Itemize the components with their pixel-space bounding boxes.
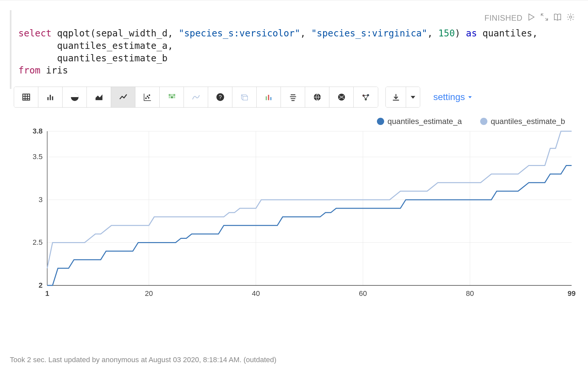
svg-text:1: 1 — [45, 289, 49, 298]
svg-text:40: 40 — [252, 289, 260, 298]
legend-label-a: quantiles_estimate_a — [387, 117, 462, 126]
svg-text:80: 80 — [466, 289, 474, 298]
scatter-chart-icon[interactable] — [135, 87, 160, 107]
svg-rect-3 — [49, 95, 51, 100]
svg-rect-14 — [173, 96, 175, 98]
bar-chart-icon[interactable] — [38, 87, 63, 107]
multibar-icon[interactable] — [257, 87, 281, 107]
legend-label-b: quantiles_estimate_b — [491, 117, 565, 126]
table-icon[interactable] — [14, 87, 38, 107]
svg-rect-12 — [168, 96, 170, 98]
line-chart-icon[interactable] — [111, 87, 135, 107]
legend-swatch-a — [377, 118, 384, 125]
svg-rect-4 — [52, 96, 53, 100]
legend-swatch-b — [480, 118, 487, 125]
globe1-icon[interactable] — [305, 87, 329, 107]
svg-text:?: ? — [219, 94, 222, 100]
download-caret-icon[interactable] — [406, 87, 420, 107]
svg-rect-11 — [173, 94, 175, 96]
svg-point-5 — [145, 98, 146, 99]
cell-gutter — [10, 10, 12, 89]
chart-container: quantiles_estimate_a quantiles_estimate_… — [14, 117, 578, 302]
area-chart-icon[interactable] — [87, 87, 111, 107]
pie-chart-icon[interactable] — [63, 87, 87, 107]
legend-item-a[interactable]: quantiles_estimate_a — [377, 117, 462, 126]
collapse-icon[interactable] — [540, 13, 549, 23]
legend-item-b[interactable]: quantiles_estimate_b — [480, 117, 565, 126]
network-icon[interactable] — [354, 87, 378, 107]
svg-rect-9 — [168, 94, 170, 96]
gear-icon[interactable] — [566, 13, 575, 23]
download-group — [385, 87, 420, 108]
globe2-icon[interactable] — [329, 87, 354, 107]
svg-rect-13 — [171, 96, 173, 98]
svg-point-8 — [148, 97, 149, 98]
svg-rect-10 — [171, 94, 173, 96]
cell-footer: Took 2 sec. Last updated by anonymous at… — [10, 356, 276, 364]
cell-header: FINISHED — [14, 10, 578, 26]
viz-toolbar: ? settings — [14, 87, 578, 108]
trend-icon[interactable] — [184, 87, 208, 107]
svg-text:2.5: 2.5 — [32, 238, 43, 247]
cell-status: FINISHED — [484, 13, 522, 23]
heatmap-icon[interactable] — [160, 87, 184, 107]
chart-svg: 22.533.53.812040608099 — [14, 128, 578, 302]
code-editor[interactable]: select qqplot(sepal_width_d, "species_s:… — [14, 26, 578, 83]
svg-rect-19 — [270, 97, 271, 100]
svg-text:3: 3 — [39, 196, 43, 204]
svg-point-6 — [147, 96, 148, 97]
chart-legend: quantiles_estimate_a quantiles_estimate_… — [14, 117, 578, 126]
svg-rect-2 — [47, 97, 49, 100]
text-align-icon[interactable] — [281, 87, 305, 107]
download-icon[interactable] — [386, 87, 406, 107]
svg-text:60: 60 — [359, 289, 367, 298]
svg-point-7 — [149, 95, 150, 96]
svg-text:3.8: 3.8 — [32, 128, 43, 135]
book-icon[interactable] — [553, 13, 562, 23]
svg-rect-17 — [265, 96, 267, 100]
svg-rect-18 — [268, 95, 269, 100]
svg-text:3.5: 3.5 — [32, 153, 43, 161]
svg-point-0 — [570, 16, 572, 18]
svg-text:20: 20 — [145, 289, 153, 298]
grid3d-icon[interactable] — [232, 87, 257, 107]
help-icon[interactable]: ? — [208, 87, 232, 107]
svg-text:2: 2 — [39, 281, 43, 289]
settings-link[interactable]: settings — [433, 92, 473, 102]
svg-text:99: 99 — [568, 289, 576, 298]
run-icon[interactable] — [527, 13, 536, 23]
svg-point-21 — [338, 94, 345, 101]
chart-type-group: ? — [14, 87, 378, 108]
settings-label: settings — [433, 92, 465, 102]
svg-rect-1 — [23, 94, 29, 100]
